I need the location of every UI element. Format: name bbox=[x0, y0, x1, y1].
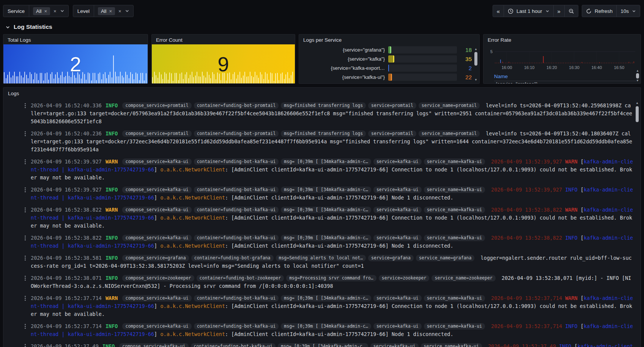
log-field-chip[interactable]: msg=Sending alerts to local not… bbox=[276, 255, 366, 261]
log-field-chip[interactable]: service=kafka-ui bbox=[373, 207, 422, 213]
level-filter[interactable]: Level All × × bbox=[73, 5, 134, 17]
scroll-up-icon[interactable]: ▲ bbox=[636, 101, 639, 105]
log-field-chip[interactable]: service_name=kafka-ui bbox=[424, 323, 485, 330]
log-field-chip[interactable]: service_name=promtail bbox=[419, 102, 480, 109]
service-filter-chip[interactable]: All × bbox=[33, 7, 50, 15]
log-field-chip[interactable]: service=kafka-ui bbox=[373, 235, 422, 241]
log-field-chip[interactable]: service_name=kafka-ui bbox=[424, 187, 485, 193]
log-field-chip[interactable]: service=kafka-ui bbox=[373, 323, 422, 330]
log-field-chip[interactable]: service_name=kafka-ui bbox=[424, 295, 485, 301]
row-menu-icon[interactable] bbox=[25, 159, 26, 160]
log-field-chip[interactable]: service=grafana bbox=[368, 255, 414, 261]
row-menu-icon[interactable] bbox=[25, 256, 26, 257]
zoom-out-button[interactable] bbox=[565, 5, 578, 17]
row-menu-icon[interactable] bbox=[25, 207, 26, 209]
log-field-chip[interactable]: msg= [0;39m [ [34mkafka-admin-c… bbox=[281, 187, 371, 193]
log-field-chip[interactable]: service_name=promtail bbox=[419, 130, 480, 137]
log-field-chip[interactable]: compose_service=kafka-ui bbox=[122, 235, 191, 241]
chevron-down-icon[interactable] bbox=[125, 9, 129, 13]
log-field-chip[interactable]: msg=finished transferring logs bbox=[281, 102, 366, 109]
scrollbar-thumb[interactable] bbox=[474, 52, 477, 66]
log-field-chip[interactable]: msg=Processing srvr command fro… bbox=[286, 275, 376, 281]
log-text-segment: [ bbox=[578, 159, 584, 165]
log-field-chip[interactable]: msg=finished transferring logs bbox=[281, 130, 366, 137]
log-field-chip[interactable]: compose_service=grafana bbox=[122, 255, 189, 261]
log-field-chip[interactable]: container=funding-bot-kafka-ui bbox=[194, 187, 279, 193]
remove-value-icon[interactable]: × bbox=[44, 9, 47, 14]
row-menu-icon[interactable] bbox=[25, 276, 26, 277]
log-field-chip[interactable]: container=funding-bot-kafka-ui bbox=[194, 235, 279, 241]
legend-name-header[interactable]: Name bbox=[494, 74, 508, 79]
log-field-chip[interactable]: compose_service=kafka-ui bbox=[119, 343, 188, 347]
log-field-chip[interactable]: service=kafka-ui bbox=[373, 159, 422, 165]
logs-scrollbar[interactable]: ▲ ▼ bbox=[635, 101, 639, 347]
row-menu-icon[interactable] bbox=[25, 103, 26, 104]
scrollbar-thumb[interactable] bbox=[636, 106, 639, 122]
log-field-chip[interactable]: container=funding-bot-kafka-ui bbox=[194, 295, 279, 301]
log-field-chip[interactable]: service_name=kafka-ui bbox=[424, 159, 485, 165]
log-field-chip[interactable]: compose_service=promtail bbox=[122, 102, 191, 109]
scroll-up-icon[interactable]: ▲ bbox=[474, 47, 477, 51]
log-field-chip[interactable]: compose_service=kafka-ui bbox=[122, 187, 191, 193]
scroll-down-icon[interactable]: ▼ bbox=[474, 78, 477, 82]
log-field-chip[interactable]: compose_service=promtail bbox=[122, 130, 191, 137]
log-field-chip[interactable]: container=funding-bot-kafka-ui bbox=[191, 343, 276, 347]
log-field-chip[interactable]: container=funding-bot-kafka-ui bbox=[194, 159, 279, 165]
clear-filter-icon[interactable]: × bbox=[118, 9, 121, 14]
row-log-statistics[interactable]: Log Statistics bbox=[0, 17, 644, 34]
log-field-chip[interactable]: service=kafka-ui bbox=[370, 343, 419, 347]
log-field-chip[interactable]: service_name=zookeeper bbox=[431, 275, 495, 281]
time-range-picker[interactable]: Last 1 hour bbox=[504, 5, 554, 17]
log-field-chip[interactable]: container=funding-bot-grafana bbox=[191, 255, 274, 261]
log-field-chip[interactable]: msg= [0;39m [ [34mkafka-admin-c… bbox=[278, 343, 368, 347]
log-field-chip[interactable]: container=funding-bot-kafka-ui bbox=[194, 323, 279, 330]
log-field-chip[interactable]: compose_service=kafka-ui bbox=[122, 207, 191, 213]
log-field-chip[interactable]: msg= [0;39m [ [34mkafka-admin-c… bbox=[281, 235, 371, 241]
zoom-out-icon bbox=[568, 8, 574, 14]
log-field-chip[interactable]: service=kafka-ui bbox=[373, 295, 422, 301]
panel-scrollbar[interactable]: ▲ ▼ bbox=[635, 69, 640, 83]
row-menu-icon[interactable] bbox=[25, 324, 26, 325]
row-menu-icon[interactable] bbox=[25, 296, 26, 297]
log-field-chip[interactable]: service=zookeeper bbox=[379, 275, 430, 281]
scroll-up-icon[interactable]: ▲ bbox=[636, 69, 639, 73]
log-field-chip[interactable]: compose_service=kafka-ui bbox=[122, 159, 191, 165]
log-field-chip[interactable]: msg= [0;39m [ [34mkafka-admin-c… bbox=[281, 295, 371, 301]
sparkline-bar bbox=[64, 77, 65, 83]
log-field-chip[interactable]: service_name=kafka-ui bbox=[424, 207, 485, 213]
row-menu-icon[interactable] bbox=[25, 344, 26, 345]
scroll-down-icon[interactable]: ▼ bbox=[636, 79, 639, 83]
log-field-chip[interactable]: service_name=kafka-ui bbox=[424, 235, 485, 241]
log-field-chip[interactable]: compose_service=zookeeper bbox=[122, 275, 194, 281]
log-field-chip[interactable]: service_name=grafana bbox=[416, 255, 474, 261]
time-shift-back-button[interactable]: « bbox=[493, 5, 504, 17]
time-shift-forward-button[interactable]: » bbox=[554, 5, 565, 17]
log-field-chip[interactable]: container=funding-bot-kafka-ui bbox=[194, 207, 279, 213]
log-field-chip[interactable]: service=promtail bbox=[368, 102, 416, 109]
log-field-chip[interactable]: msg= [0;39m [ [34mkafka-admin-c… bbox=[281, 323, 371, 330]
log-field-chip[interactable]: service=promtail bbox=[368, 130, 416, 137]
log-field-chip[interactable]: msg= [0;39m [ [34mkafka-admin-c… bbox=[281, 159, 371, 165]
remove-value-icon[interactable]: × bbox=[109, 9, 112, 14]
log-field-chip[interactable]: compose_service=kafka-ui bbox=[122, 295, 191, 301]
row-menu-icon[interactable] bbox=[25, 187, 26, 188]
log-field-chip[interactable]: msg= [0;39m [ [34mkafka-admin-c… bbox=[281, 207, 371, 213]
log-level-badge: WARN bbox=[105, 207, 118, 213]
clear-filter-icon[interactable]: × bbox=[54, 9, 57, 14]
level-filter-chip[interactable]: All × bbox=[98, 7, 115, 15]
log-field-chip[interactable]: service=kafka-ui bbox=[373, 187, 422, 193]
legend-row-partial[interactable]: {service="grafana"} bbox=[494, 81, 638, 83]
refresh-interval-picker[interactable]: 10s bbox=[617, 5, 640, 17]
service-filter[interactable]: Service All × × bbox=[3, 5, 69, 17]
row-menu-icon[interactable] bbox=[25, 236, 26, 237]
scrollbar-thumb[interactable] bbox=[636, 73, 639, 79]
panel-scrollbar[interactable]: ▲ ▼ bbox=[474, 47, 478, 82]
log-field-chip[interactable]: container=funding-bot-zookeeper bbox=[197, 275, 284, 281]
log-field-chip[interactable]: container=funding-bot-promtail bbox=[194, 102, 279, 109]
log-field-chip[interactable]: compose_service=kafka-ui bbox=[122, 323, 191, 330]
log-field-chip[interactable]: container=funding-bot-promtail bbox=[194, 130, 279, 137]
row-menu-icon[interactable] bbox=[25, 131, 26, 132]
log-field-chip[interactable]: service_name=kafka-ui bbox=[421, 343, 482, 347]
refresh-button[interactable]: Refresh bbox=[582, 5, 617, 17]
chevron-down-icon[interactable] bbox=[60, 9, 65, 13]
